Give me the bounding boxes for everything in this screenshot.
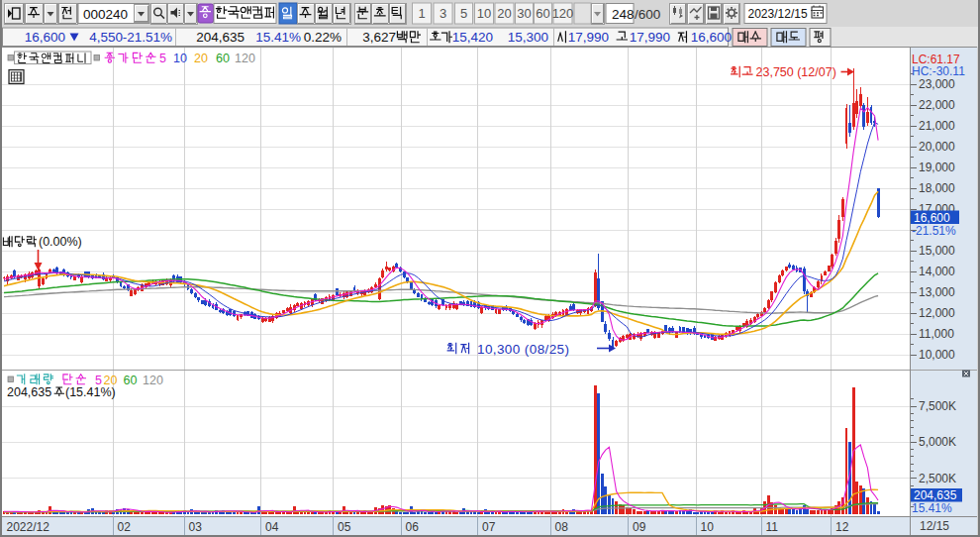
svg-text:2,500K: 2,500K — [919, 472, 956, 485]
svg-text:16,600: 16,600 — [25, 30, 65, 45]
svg-text:7,500K: 7,500K — [919, 399, 956, 413]
svg-text:20: 20 — [194, 52, 208, 65]
svg-text:/600: /600 — [635, 7, 660, 22]
svg-text:10: 10 — [701, 520, 715, 534]
svg-text:15.41%: 15.41% — [255, 30, 301, 45]
svg-text:204,635: 204,635 — [196, 30, 245, 45]
svg-text:07: 07 — [482, 520, 496, 534]
svg-text:05: 05 — [338, 520, 351, 534]
svg-text:15,300: 15,300 — [508, 30, 548, 45]
svg-text:5: 5 — [460, 6, 467, 21]
svg-text:10,300 (08/25): 10,300 (08/25) — [477, 342, 569, 357]
svg-text:23,000: 23,000 — [919, 77, 955, 91]
svg-text:10,000: 10,000 — [919, 348, 955, 362]
svg-text:21,000: 21,000 — [919, 119, 955, 133]
svg-text:-21.51%: -21.51% — [912, 224, 956, 238]
svg-text:17,990: 17,990 — [568, 30, 609, 45]
svg-text:1: 1 — [418, 6, 425, 21]
svg-text:HC:-30.11: HC:-30.11 — [912, 64, 965, 78]
svg-text:15.41%: 15.41% — [912, 501, 952, 515]
svg-text:15,420: 15,420 — [452, 30, 493, 45]
svg-text:120: 120 — [143, 374, 163, 387]
svg-text:2023/12/15: 2023/12/15 — [748, 7, 808, 21]
svg-text:30: 30 — [517, 6, 531, 21]
svg-text:2022/12: 2022/12 — [7, 520, 50, 534]
svg-text:16,600: 16,600 — [691, 30, 732, 45]
svg-text:19,000: 19,000 — [919, 161, 955, 174]
svg-text:3,627: 3,627 — [362, 30, 396, 45]
svg-text:02: 02 — [118, 520, 132, 534]
svg-text:23,750 (12/07): 23,750 (12/07) — [756, 65, 836, 79]
svg-text:12/15: 12/15 — [920, 519, 949, 533]
svg-text:08: 08 — [555, 520, 569, 534]
svg-text:20,000: 20,000 — [919, 140, 955, 154]
svg-text:204,635: 204,635 — [7, 385, 51, 399]
svg-text:12: 12 — [835, 520, 849, 534]
svg-text:120: 120 — [235, 52, 255, 65]
svg-text:03: 03 — [189, 520, 203, 534]
svg-text:15,000: 15,000 — [919, 244, 955, 258]
svg-text:5: 5 — [159, 52, 166, 65]
svg-text:60: 60 — [536, 6, 549, 21]
svg-text:5,000K: 5,000K — [919, 435, 956, 449]
svg-text:204,635: 204,635 — [914, 488, 957, 502]
svg-text:-21.51%: -21.51% — [123, 30, 172, 45]
svg-text:11: 11 — [766, 520, 779, 534]
svg-text:(15.41%): (15.41%) — [65, 385, 116, 399]
svg-text:0.22%: 0.22% — [304, 30, 342, 45]
svg-text:248: 248 — [612, 7, 635, 22]
svg-text:09: 09 — [633, 520, 646, 534]
svg-text:10: 10 — [477, 6, 491, 21]
svg-text:20: 20 — [497, 6, 511, 21]
svg-text:11,000: 11,000 — [919, 327, 954, 341]
svg-text:06: 06 — [406, 520, 420, 534]
svg-text:3: 3 — [440, 6, 446, 21]
svg-text:(0.00%): (0.00%) — [39, 235, 82, 249]
svg-text:10: 10 — [173, 52, 187, 65]
svg-text:22,000: 22,000 — [919, 98, 955, 112]
svg-text:17,990: 17,990 — [630, 30, 670, 45]
svg-text:13,000: 13,000 — [919, 285, 955, 299]
svg-text:60: 60 — [216, 52, 230, 65]
svg-text:18,000: 18,000 — [919, 181, 955, 195]
svg-text:04: 04 — [265, 520, 279, 534]
svg-text:60: 60 — [124, 374, 138, 387]
svg-text:120: 120 — [552, 6, 574, 21]
svg-text:16,600: 16,600 — [914, 211, 950, 225]
svg-text:4,550: 4,550 — [89, 30, 123, 45]
svg-text:12,000: 12,000 — [919, 306, 955, 320]
svg-text:14,000: 14,000 — [919, 265, 955, 278]
svg-text:000240: 000240 — [83, 7, 128, 22]
